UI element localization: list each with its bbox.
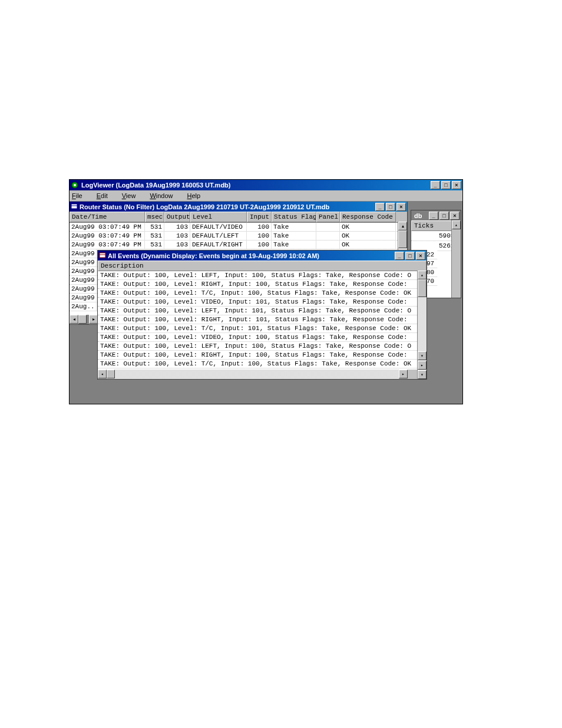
scroll-right-icon[interactable]: ▸	[418, 361, 427, 370]
scroll-right-icon[interactable]: ▸	[89, 315, 98, 324]
dropdown-icon[interactable]: ▾	[418, 370, 427, 379]
scroll-up-icon[interactable]: ▴	[418, 271, 427, 279]
app-title: LogViewer (LogData 19Aug1999 160053 UT.m…	[81, 182, 429, 189]
col-datetime[interactable]: Date/Time	[70, 212, 145, 222]
router-window-icon	[71, 203, 78, 211]
events-column-header[interactable]: Description	[98, 261, 427, 271]
table-row[interactable]: 2Aug99 03:07:49 PM531103DEFAULT/RIGHT100…	[70, 241, 407, 249]
list-item[interactable]: TAKE: Output: 100, Level: T/C, Input: 10…	[98, 289, 427, 298]
app-icon	[71, 181, 79, 189]
close-button[interactable]: ×	[452, 181, 461, 189]
list-item[interactable]: TAKE: Output: 100, Level: T/C, Input: 10…	[98, 360, 427, 368]
ticks-maximize-button[interactable]: □	[439, 212, 449, 220]
scroll-right-icon[interactable]: ▸	[399, 370, 408, 378]
scroll-down-icon[interactable]: ▾	[418, 351, 427, 360]
list-item: 97	[425, 259, 437, 268]
ticks-scrollbar-vertical[interactable]: ▴	[451, 220, 461, 298]
list-item: 70	[425, 277, 437, 286]
app-window: LogViewer (LogData 19Aug1999 160053 UT.m…	[69, 179, 463, 404]
ticks-close-button[interactable]: ×	[450, 212, 459, 220]
menu-edit[interactable]: Edit	[97, 192, 115, 199]
list-item[interactable]: TAKE: Output: 100, Level: RIGHT, Input: …	[98, 280, 427, 289]
list-item[interactable]: TAKE: Output: 100, Level: RIGHT, Input: …	[98, 315, 427, 324]
ticks-title: db	[414, 212, 428, 219]
list-item[interactable]: TAKE: Output: 100, Level: VIDEO, Input: …	[98, 333, 427, 342]
events-scrollbar-vertical[interactable]: ▴ ▾ ▸ ▾	[417, 271, 427, 379]
router-minimize-button[interactable]: _	[375, 203, 385, 211]
list-item[interactable]: TAKE: Output: 100, Level: RIGHT, Input: …	[98, 351, 427, 360]
events-maximize-button[interactable]: □	[405, 252, 415, 260]
scroll-thumb[interactable]	[398, 230, 407, 248]
mdi-client-area: db _ □ × Ticks 5905052615 ▴	[70, 202, 462, 404]
col-input[interactable]: Input	[247, 212, 272, 222]
menubar: File Edit View Window Help	[70, 190, 462, 202]
router-grid-body: 2Aug99 03:07:49 PM531103DEFAULT/VIDEO100…	[70, 223, 407, 249]
events-titlebar[interactable]: All Events (Dynamic Display: Events begi…	[98, 251, 427, 261]
col-msec[interactable]: msec	[145, 212, 164, 222]
events-window-icon	[99, 252, 106, 260]
scroll-up-icon[interactable]: ▴	[452, 220, 461, 229]
col-output[interactable]: Output	[164, 212, 190, 222]
table-row[interactable]: 2Aug99 03:07:49 PM531103DEFAULT/VIDEO100…	[70, 223, 407, 232]
events-close-button[interactable]: ×	[416, 252, 425, 260]
events-title: All Events (Dynamic Display: Events begi…	[108, 252, 394, 259]
svg-rect-4	[100, 253, 105, 258]
col-panel[interactable]: Panel	[316, 212, 340, 222]
scroll-up-icon[interactable]: ▴	[398, 222, 407, 230]
menu-file[interactable]: File	[72, 192, 90, 199]
router-titlebar[interactable]: Router Status (No Filter) LogData 2Aug19…	[70, 202, 407, 212]
events-window: All Events (Dynamic Display: Events begi…	[97, 250, 427, 380]
main-titlebar: LogViewer (LogData 19Aug1999 160053 UT.m…	[70, 180, 462, 190]
menu-window[interactable]: Window	[150, 192, 180, 199]
events-list-body: TAKE: Output: 100, Level: LEFT, Input: 1…	[98, 271, 427, 368]
col-level[interactable]: Level	[190, 212, 247, 222]
ticks-titlebar[interactable]: db _ □ ×	[411, 210, 461, 220]
ticks-minimize-button[interactable]: _	[429, 212, 438, 220]
list-item[interactable]: TAKE: Output: 100, Level: VIDEO, Input: …	[98, 298, 427, 307]
router-grid-header: Date/Time msec Output Level Input Status…	[70, 212, 407, 223]
minimize-button[interactable]: _	[431, 181, 440, 189]
events-minimize-button[interactable]: _	[395, 252, 404, 260]
scroll-left-icon[interactable]: ◂	[98, 370, 107, 378]
scroll-thumb[interactable]	[107, 370, 115, 378]
list-item[interactable]: TAKE: Output: 100, Level: LEFT, Input: 1…	[98, 271, 427, 280]
menu-help[interactable]: Help	[187, 192, 208, 199]
list-item: 22	[425, 251, 437, 259]
scroll-left-icon[interactable]: ◂	[70, 315, 78, 324]
list-item: 80	[425, 268, 437, 277]
maximize-button[interactable]: □	[441, 181, 451, 189]
list-item[interactable]: TAKE: Output: 100, Level: LEFT, Input: 1…	[98, 342, 427, 351]
events-scrollbar-horizontal[interactable]: ◂ ▸	[98, 370, 417, 379]
scroll-thumb[interactable]	[418, 279, 427, 297]
scroll-thumb[interactable]	[78, 315, 87, 324]
svg-rect-2	[71, 204, 77, 209]
router-maximize-button[interactable]: □	[386, 203, 395, 211]
router-title: Router Status (No Filter) LogData 2Aug19…	[80, 203, 374, 210]
svg-point-1	[74, 184, 76, 186]
list-item[interactable]: TAKE: Output: 100, Level: LEFT, Input: 1…	[98, 307, 427, 315]
col-status-flag[interactable]: Status Flag	[272, 212, 316, 222]
col-response-code[interactable]: Response Code	[340, 212, 396, 222]
menu-view[interactable]: View	[122, 192, 143, 199]
router-close-button[interactable]: ×	[396, 203, 406, 211]
resize-grip[interactable]	[408, 370, 417, 379]
table-row[interactable]: 2Aug99 03:07:49 PM531103DEFAULT/LEFT100T…	[70, 232, 407, 241]
list-item[interactable]: TAKE: Output: 100, Level: T/C, Input: 10…	[98, 324, 427, 333]
router-scrollbar-horizontal[interactable]: ◂ ▸	[70, 315, 98, 324]
